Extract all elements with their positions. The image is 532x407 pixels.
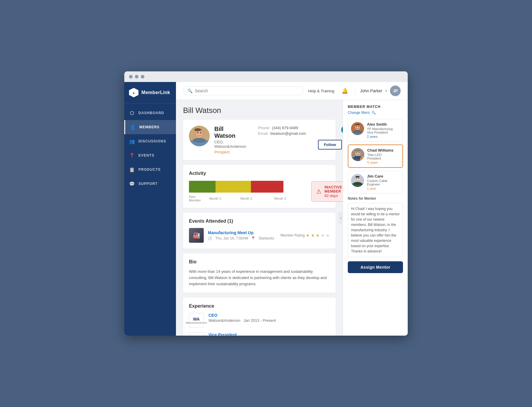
search-box[interactable]: 🔍 (183, 86, 303, 95)
exp-logo-sub-0: Watson&Anderson (186, 321, 207, 324)
match-name-jim-care: Jim Care (367, 174, 400, 178)
activity-title: Activity (189, 171, 330, 176)
match-role-chad-williams: President (367, 157, 399, 160)
sidebar-item-products[interactable]: 📋 Products (124, 163, 176, 177)
svg-point-2 (196, 130, 203, 138)
event-row: 🏭 Manufacturing Meet Up 🕐 Thu, Jan 19, 7… (189, 228, 330, 243)
event-rating: Member Rating ★ ★ ★ ★ ★ (280, 233, 330, 238)
star-3: ★ (316, 233, 320, 238)
search-filter-icon[interactable]: 🔍 (371, 111, 376, 115)
event-date: Thu, Jan 19, 7:00AM (215, 236, 248, 240)
sidebar-item-events[interactable]: 📍 Events (124, 148, 176, 163)
match-org-chad-williams: Titan LED (367, 153, 399, 157)
match-role-jim-care: Engineer (367, 183, 400, 186)
svg-point-5 (197, 132, 198, 134)
profile-name: Bill Watson (214, 126, 246, 139)
svg-point-4 (193, 138, 206, 143)
match-years-jim-care: 1 year (367, 187, 400, 190)
profile-area: Bill Watson (176, 100, 343, 336)
search-input[interactable] (195, 88, 299, 93)
notes-box[interactable]: Hi Chad! I was hoping you would be willi… (348, 203, 403, 257)
avatar: JP (390, 86, 401, 96)
star-1: ★ (306, 233, 310, 238)
event-name[interactable]: Manufacturing Meet Up (208, 230, 276, 235)
chart-label-month2: Month 2 (229, 197, 264, 200)
event-info: Manufacturing Meet Up 🕐 Thu, Jan 19, 7:0… (208, 230, 276, 240)
logo-icon: ▲ (129, 88, 138, 97)
sidebar-item-dashboard[interactable]: ⬡ Dashboard (124, 106, 176, 120)
sidebar-nav: ⬡ Dashboard 👤 Members 👥 Discussions 📍 Ev… (124, 104, 176, 336)
follow-button[interactable]: Follow (318, 140, 342, 150)
match-name-alex-smith: Alex Smith (367, 122, 400, 127)
match-avatar-chad-williams: ✓ (351, 148, 364, 161)
profile-card: Bill Watson CEO, Watson&Anderson Prospec… (183, 120, 336, 160)
sidebar-item-support[interactable]: 💬 Support (124, 177, 176, 191)
exp-company-0: Watson&Anderson Jan 2013 - Present (208, 318, 330, 323)
inactive-days: 82 days (324, 193, 342, 198)
header-divider (355, 87, 355, 94)
header-user[interactable]: John Parker ▼ JP (360, 86, 401, 96)
chevron-down-icon: ▼ (385, 89, 388, 93)
svg-point-14 (358, 126, 359, 127)
exp-role-1[interactable]: Vice President (208, 332, 330, 336)
profile-actions: Follow Connect (318, 140, 343, 150)
panel-toggle-button[interactable]: › (338, 212, 343, 224)
svg-point-13 (356, 126, 357, 127)
change-filters-link[interactable]: Change filters (348, 111, 370, 115)
match-years-alex-smith: 2 years (367, 135, 400, 138)
bio-text: With more than 14 years of experience in… (189, 269, 330, 287)
exp-row-1: WA Watson&Anderson Vice President (189, 332, 330, 336)
match-name-chad-williams: Chad Williams (367, 148, 399, 152)
header-username: John Parker (360, 88, 382, 93)
sidebar-item-members[interactable]: 👤 Members (124, 120, 176, 134)
star-4: ★ (321, 233, 325, 238)
notifications-bell-icon[interactable]: 🔔 (339, 88, 350, 94)
profile-status: Prospect (214, 150, 246, 154)
right-panel: › MEMBER MATCH Change filters 🔍 (343, 100, 408, 336)
match-card-jim-care[interactable]: Jim Care Custom Cable Engineer 1 year (348, 171, 403, 193)
svg-point-6 (200, 132, 201, 134)
support-icon: 💬 (129, 181, 135, 187)
svg-point-28 (358, 178, 359, 179)
assign-mentor-button[interactable]: Assign Mentor (348, 261, 403, 273)
chart-bar-green (189, 181, 216, 193)
exp-role-0[interactable]: CEO (208, 313, 330, 318)
header: 🔍 Help & Training 🔔 John Parker ▼ JP (176, 82, 408, 100)
right-panel-content: MEMBER MATCH Change filters 🔍 (343, 100, 408, 336)
notes-label: Notes for Mentor (348, 196, 403, 201)
bio-card: Bio With more than 14 years of experienc… (183, 253, 336, 293)
email-value: bwatson@gmail.com (270, 131, 306, 136)
rating-label: Member Rating (280, 233, 305, 237)
title-bar (124, 71, 408, 82)
window-dot-2 (135, 75, 138, 78)
experience-title: Experience (189, 303, 330, 309)
help-training-link[interactable]: Help & Training (308, 89, 334, 93)
exp-dates-0: Jan 2013 - Present (244, 318, 276, 323)
match-role-alex-smith: Vice President (367, 131, 400, 134)
sidebar-item-label-events: Events (138, 153, 154, 157)
sidebar-item-label-members: Members (139, 125, 159, 129)
content-area: 🔍 Help & Training 🔔 John Parker ▼ JP Bil… (176, 82, 408, 336)
svg-point-27 (356, 178, 357, 179)
inactive-badge: ⚠ INACTIVE MEMBER 82 days (311, 181, 343, 202)
event-thumbnail: 🏭 (189, 228, 204, 243)
inactive-label: INACTIVE MEMBER (324, 185, 342, 193)
event-meta: 🕐 Thu, Jan 19, 7:00AM 📍 Starbucks (208, 236, 276, 240)
app-body: ▲ MemberLink ⬡ Dashboard 👤 Members 👥 Dis… (124, 82, 408, 336)
sidebar-logo[interactable]: ▲ MemberLink (124, 82, 176, 104)
bio-title: Bio (189, 259, 330, 265)
match-years-chad-williams: 5 years (367, 161, 399, 164)
match-card-chad-williams[interactable]: ✓ Chad Williams Titan LED President 5 ye… (348, 145, 403, 168)
match-info-chad-williams: Chad Williams Titan LED President 5 year… (367, 148, 399, 164)
exp-logo-0: WA Watson&Anderson (189, 313, 204, 328)
sidebar-item-discussions[interactable]: 👥 Discussions (124, 134, 176, 148)
match-avatar-jim-care (351, 174, 364, 187)
activity-chart (189, 181, 296, 193)
match-org-alex-smith: YP Manufacturing (367, 127, 400, 131)
page-title: Bill Watson (183, 106, 336, 115)
match-card-alex-smith[interactable]: Alex Smith YP Manufacturing Vice Preside… (348, 119, 403, 142)
discussions-icon: 👥 (129, 138, 135, 144)
svg-point-21 (359, 152, 360, 153)
activity-card: Activity New Member Month 1 (183, 165, 336, 208)
logo-text: MemberLink (141, 90, 170, 95)
